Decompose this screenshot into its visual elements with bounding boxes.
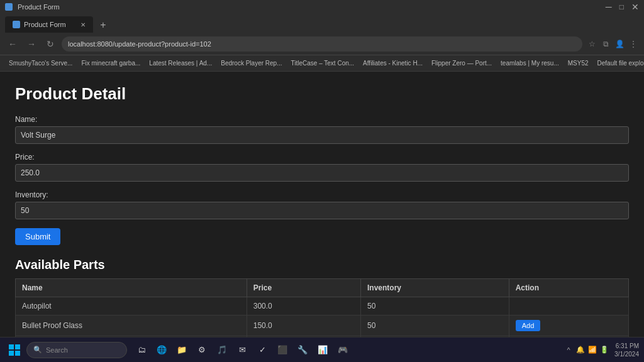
bookmark-item[interactable]: TitleCase – Text Con... — [287, 58, 358, 68]
tab-close-icon[interactable]: ✕ — [80, 21, 86, 28]
cell-action: Add — [509, 315, 628, 336]
col-header-inventory: Inventory — [361, 279, 509, 297]
windows-icon — [9, 344, 20, 356]
reload-button[interactable]: ↻ — [43, 36, 58, 52]
col-header-name: Name — [16, 279, 247, 297]
title-bar-text: Product Form — [18, 3, 60, 11]
tray-battery-icon[interactable]: 🔋 — [599, 345, 609, 355]
price-label: Price: — [15, 153, 629, 162]
browser-favicon — [5, 3, 13, 11]
tab-bar: Product Form ✕ + — [0, 14, 644, 33]
taskbar-app-icon[interactable]: ⬛ — [273, 341, 292, 359]
tray-bell-icon[interactable]: 🔔 — [575, 345, 586, 355]
taskbar-apps: 🗂 🌐 📁 ⚙ 🎵 ✉ ✓ ⬛ 🔧 📊 🎮 — [132, 341, 352, 359]
taskbar-app-icon[interactable]: 🔧 — [293, 341, 312, 359]
cell-action — [509, 297, 628, 315]
cell-name: Autopilot — [16, 297, 247, 315]
bookmark-item[interactable]: SmushyTaco's Serve... — [5, 58, 76, 68]
taskbar-search[interactable]: 🔍 Search — [26, 342, 127, 358]
maximize-btn[interactable]: □ — [619, 3, 624, 11]
date-display: 3/1/2024 — [614, 350, 639, 358]
name-field-group: Name: — [15, 115, 629, 144]
submit-button[interactable]: Submit — [15, 228, 60, 245]
taskbar-app-icon[interactable]: 🗂 — [132, 341, 151, 359]
taskbar: 🔍 Search 🗂 🌐 📁 ⚙ 🎵 ✉ ✓ ⬛ 🔧 📊 🎮 ^ 🔔 📶 🔋 6… — [0, 337, 644, 362]
bookmark-item[interactable]: Flipper Zero — Port... — [428, 58, 496, 68]
tab-favicon — [13, 21, 20, 28]
taskbar-app-icon[interactable]: 🌐 — [152, 341, 171, 359]
extensions-icon[interactable]: ⧉ — [600, 38, 611, 50]
system-tray: ^ 🔔 📶 🔋 — [564, 345, 609, 355]
col-header-price: Price — [247, 279, 360, 297]
taskbar-app-icon[interactable]: 🎵 — [213, 341, 231, 359]
close-btn[interactable]: ✕ — [631, 2, 639, 12]
col-header-action: Action — [509, 279, 628, 297]
bookmark-item[interactable]: teamlabs | My resu... — [497, 58, 563, 68]
add-part-button[interactable]: Add — [516, 320, 541, 331]
cell-inventory: 50 — [361, 315, 509, 336]
page-content: Product Detail Name: Price: Inventory: S… — [0, 72, 644, 337]
tray-chevron[interactable]: ^ — [564, 345, 574, 355]
available-parts-title: Available Parts — [15, 258, 629, 272]
profile-icon[interactable]: 👤 — [614, 38, 625, 50]
taskbar-clock[interactable]: 6:31 PM 3/1/2024 — [614, 342, 639, 358]
inventory-field-group: Inventory: — [15, 190, 629, 219]
cell-inventory: 50 — [361, 297, 509, 315]
cell-name: Bullet Proof Glass — [16, 315, 247, 336]
bookmarks-bar: SmushyTaco's Serve... Fix minecraft garb… — [0, 55, 644, 72]
minimize-btn[interactable]: ─ — [606, 2, 612, 12]
price-field-group: Price: — [15, 153, 629, 182]
bookmark-item[interactable]: Fix minecraft garba... — [77, 58, 144, 68]
available-parts-table: Name Price Inventory Action Autopilot 30… — [15, 278, 629, 337]
bookmark-item[interactable]: Bedrock Player Rep... — [217, 58, 286, 68]
search-icon: 🔍 — [33, 346, 42, 354]
forward-button[interactable]: → — [24, 36, 39, 52]
table-row: Autopilot 300.0 50 — [16, 297, 629, 315]
search-label: Search — [46, 346, 68, 354]
time-display: 6:31 PM — [614, 342, 639, 350]
bookmark-item[interactable]: Latest Releases | Ad... — [145, 58, 216, 68]
address-input[interactable] — [62, 36, 582, 52]
bookmark-item[interactable]: Affiliates - Kinetic H... — [359, 58, 426, 68]
menu-icon[interactable]: ⋮ — [628, 38, 639, 50]
price-input[interactable] — [15, 164, 629, 182]
taskbar-right: ^ 🔔 📶 🔋 6:31 PM 3/1/2024 — [564, 342, 639, 358]
star-icon[interactable]: ☆ — [586, 38, 597, 50]
bookmark-item[interactable]: MSY52 — [564, 58, 592, 68]
bookmark-item[interactable]: Default file explorer... — [594, 58, 644, 68]
tray-wifi-icon[interactable]: 📶 — [587, 345, 597, 355]
new-tab-button[interactable]: + — [96, 18, 111, 33]
taskbar-app-icon[interactable]: ⚙ — [192, 341, 211, 359]
table-row: Bullet Proof Glass 150.0 50 Add — [16, 315, 629, 336]
cell-price: 300.0 — [247, 297, 360, 315]
cell-price: 150.0 — [247, 315, 360, 336]
taskbar-app-icon[interactable]: 📊 — [313, 341, 332, 359]
page-title: Product Detail — [15, 84, 629, 104]
address-icons: ☆ ⧉ 👤 ⋮ — [586, 38, 639, 50]
taskbar-app-icon[interactable]: ✉ — [233, 341, 252, 359]
inventory-input[interactable] — [15, 202, 629, 219]
taskbar-app-icon[interactable]: ✓ — [253, 341, 272, 359]
name-input[interactable] — [15, 126, 629, 144]
start-button[interactable] — [5, 341, 24, 359]
inventory-label: Inventory: — [15, 190, 629, 199]
taskbar-app-icon[interactable]: 🎮 — [333, 341, 352, 359]
taskbar-app-icon[interactable]: 📁 — [172, 341, 191, 359]
title-bar: Product Form ─ □ ✕ — [0, 0, 644, 14]
name-label: Name: — [15, 115, 629, 124]
tab-title: Product Form — [24, 21, 66, 28]
active-tab[interactable]: Product Form ✕ — [5, 16, 93, 33]
address-bar: ← → ↻ ☆ ⧉ 👤 ⋮ — [0, 33, 644, 55]
back-button[interactable]: ← — [5, 36, 20, 52]
